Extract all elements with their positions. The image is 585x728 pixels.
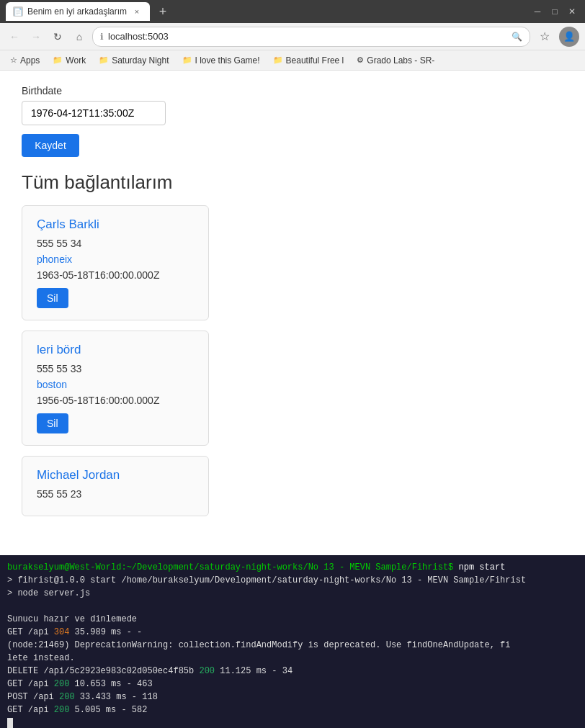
- contact-phone-2: 555 55 23: [37, 488, 194, 500]
- maximize-button[interactable]: □: [548, 4, 562, 19]
- minimize-button[interactable]: ─: [530, 4, 545, 19]
- contact-birthdate-0: 1963-05-18T16:00:00.000Z: [37, 269, 194, 281]
- birthdate-input[interactable]: [22, 101, 166, 125]
- terminal-line-6: (node:21469) DeprecationWarning: collect…: [7, 639, 578, 652]
- window-controls: ─ □ ✕: [530, 4, 579, 19]
- bookmark-apps[interactable]: ☆ Apps: [4, 54, 45, 67]
- page-content: Birthdate Kaydet Tüm bağlantılarım Çarls…: [0, 71, 585, 555]
- contact-city-0: phoneix: [37, 253, 194, 265]
- new-tab-button[interactable]: +: [153, 1, 173, 22]
- terminal-line-3: [7, 600, 578, 613]
- contacts-section-title: Tüm bağlantılarım: [22, 171, 563, 194]
- contact-card-0: Çarls Barkli 555 55 34 phoneix 1963-05-1…: [22, 205, 209, 320]
- secure-icon: ℹ: [100, 32, 104, 42]
- tab-title: Benim en iyi arkadaşlarım: [27, 6, 127, 17]
- terminal-line-5: GET /api 304 35.989 ms - -: [7, 626, 578, 639]
- terminal-line-1: > fihrist@1.0.0 start /home/burakselyum/…: [7, 574, 578, 587]
- bookmark-work-label: Work: [66, 55, 86, 66]
- bookmark-ilovegame-label: I love this Game!: [195, 55, 260, 66]
- tab-favicon: 📄: [13, 6, 23, 17]
- terminal[interactable]: burakselyum@West-World:~/Development/sat…: [0, 555, 585, 728]
- saturday-folder-icon: 📁: [99, 55, 109, 65]
- address-bar: ← → ↻ ⌂ ℹ 🔍 ☆ 👤: [0, 23, 585, 50]
- browser-titlebar: 📄 Benim en iyi arkadaşlarım × + ─ □ ✕: [0, 0, 585, 23]
- bookmark-beautiful-label: Beautiful Free l: [286, 55, 344, 66]
- forward-button[interactable]: →: [27, 28, 45, 45]
- grado-icon: ⚙: [357, 55, 364, 65]
- tab-close-button[interactable]: ×: [131, 6, 143, 17]
- account-button[interactable]: 👤: [559, 27, 579, 47]
- terminal-line-2: > node server.js: [7, 587, 578, 600]
- terminal-cursor: [7, 718, 13, 728]
- terminal-line-8: DELETE /api/5c2923e983c02d050ec4f85b 200…: [7, 665, 578, 678]
- terminal-prompt: burakselyum@West-World:~/Development/sat…: [7, 562, 453, 572]
- terminal-prompt-line: burakselyum@West-World:~/Development/sat…: [7, 561, 578, 574]
- bookmark-saturday[interactable]: 📁 Saturday Night: [93, 54, 174, 67]
- search-icon: 🔍: [512, 32, 522, 42]
- bookmark-beautiful[interactable]: 📁 Beautiful Free l: [267, 54, 350, 67]
- contact-phone-0: 555 55 34: [37, 238, 194, 249]
- bookmark-grado[interactable]: ⚙ Grado Labs - SR-: [351, 54, 440, 67]
- bookmark-work[interactable]: 📁 Work: [47, 54, 91, 67]
- terminal-line-9: GET /api 200 10.653 ms - 463: [7, 678, 578, 691]
- contact-phone-1: 555 55 33: [37, 363, 194, 374]
- bookmark-grado-label: Grado Labs - SR-: [367, 55, 434, 66]
- bookmark-ilovegame[interactable]: 📁 I love this Game!: [177, 54, 266, 67]
- save-button[interactable]: Kaydet: [22, 134, 79, 157]
- browser-tab[interactable]: 📄 Benim en iyi arkadaşlarım ×: [6, 2, 150, 21]
- bookmarks-bar: ☆ Apps 📁 Work 📁 Saturday Night 📁 I love …: [0, 50, 585, 71]
- terminal-line-11: GET /api 200 5.005 ms - 582: [7, 704, 578, 716]
- contact-card-2: Michael Jordan 555 55 23: [22, 456, 209, 516]
- contact-city-1: boston: [37, 379, 194, 390]
- beautiful-folder-icon: 📁: [273, 55, 283, 65]
- bookmark-saturday-label: Saturday Night: [112, 55, 169, 66]
- contact-name-0: Çarls Barkli: [37, 217, 194, 232]
- back-button[interactable]: ←: [6, 28, 23, 45]
- address-input[interactable]: [108, 31, 507, 42]
- contact-name-2: Michael Jordan: [37, 468, 194, 482]
- terminal-line-7: lete instead.: [7, 652, 578, 665]
- close-window-button[interactable]: ✕: [565, 4, 579, 19]
- contact-card-1: leri börd 555 55 33 boston 1956-05-18T16…: [22, 331, 209, 446]
- contact-name-1: leri börd: [37, 343, 194, 357]
- work-folder-icon: 📁: [53, 55, 63, 65]
- contact-birthdate-1: 1956-05-18T16:00:00.000Z: [37, 395, 194, 406]
- refresh-button[interactable]: ↻: [49, 28, 66, 45]
- delete-button-1[interactable]: Sil: [37, 413, 68, 433]
- birthdate-label: Birthdate: [22, 85, 563, 96]
- terminal-line-10: POST /api 200 33.433 ms - 118: [7, 691, 578, 704]
- apps-icon: ☆: [10, 55, 17, 65]
- bookmark-star-button[interactable]: ☆: [535, 27, 555, 47]
- home-button[interactable]: ⌂: [71, 28, 88, 45]
- terminal-cursor-line: [7, 716, 578, 728]
- ilovegame-folder-icon: 📁: [182, 55, 192, 65]
- terminal-line-4: Sunucu hazır ve dinlemede: [7, 613, 578, 626]
- bookmark-apps-label: Apps: [20, 55, 40, 66]
- address-input-wrap[interactable]: ℹ 🔍: [92, 27, 530, 47]
- delete-button-0[interactable]: Sil: [37, 288, 68, 308]
